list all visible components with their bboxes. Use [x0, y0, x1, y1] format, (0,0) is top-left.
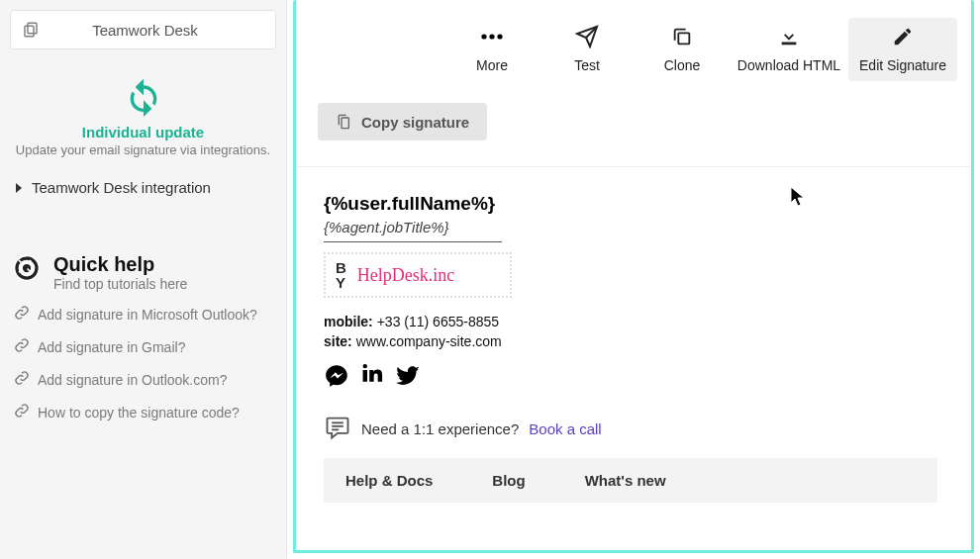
toolbar-clone[interactable]: Clone	[635, 18, 730, 81]
update-subtitle: Update your email signature via integrat…	[10, 142, 276, 157]
logo-brand: HelpDesk.inc	[357, 265, 454, 286]
sidebar: Teamwork Desk Individual update Update y…	[0, 0, 287, 559]
link-icon	[14, 403, 30, 421]
help-link-copycode[interactable]: How to copy the signature code?	[10, 396, 276, 428]
update-title: Individual update	[10, 124, 276, 140]
copy-signature-label: Copy signature	[361, 114, 469, 131]
logo-by: B Y	[336, 260, 347, 290]
mobile-label: mobile:	[324, 314, 373, 329]
signature-jobtitle: {%agent.jobTitle%}	[324, 219, 943, 235]
clipboard-icon	[336, 113, 351, 131]
main-panel: More Test Clone Download HTML	[287, 0, 980, 559]
toolbar-label: Edit Signature	[859, 57, 946, 73]
chat-icon	[324, 414, 351, 444]
copy-signature-button[interactable]: Copy signature	[318, 103, 487, 140]
signature-contacts: mobile: +33 (11) 6655-8855 site: www.com…	[324, 314, 943, 349]
signature-fullname: {%user.fullName%}	[324, 193, 943, 215]
help-link-outlook[interactable]: Add signature in Microsoft Outlook?	[10, 298, 276, 330]
toolbar-more[interactable]: More	[444, 18, 539, 81]
help-link-outlookcom[interactable]: Add signature in Outlook.com?	[10, 363, 276, 396]
help-link-gmail[interactable]: Add signature in Gmail?	[10, 330, 276, 363]
svg-rect-0	[28, 23, 37, 34]
help-link-label: How to copy the signature code?	[38, 405, 240, 420]
svg-point-3	[489, 34, 494, 39]
messenger-icon[interactable]	[324, 363, 349, 392]
signature-preview: {%user.fullName%} {%agent.jobTitle%} B Y…	[296, 166, 971, 503]
lifebuoy-icon	[12, 253, 42, 286]
tree-item-integration[interactable]: Teamwork Desk integration	[10, 171, 276, 204]
copy-signature-row: Copy signature	[296, 99, 971, 166]
logo-by-bottom: Y	[336, 275, 347, 290]
toolbar-label: More	[476, 57, 508, 73]
send-icon	[575, 26, 599, 47]
signature-footer-nav: Help & Docs Blog What's new	[324, 458, 937, 503]
link-icon	[14, 337, 30, 356]
clone-icon	[671, 26, 693, 47]
more-icon	[479, 26, 505, 47]
quick-help-title: Quick help	[53, 253, 187, 276]
book-call-link[interactable]: Book a call	[529, 420, 601, 437]
link-icon	[14, 370, 30, 389]
toolbar-download-html[interactable]: Download HTML	[730, 18, 848, 81]
copy-stack-icon	[19, 18, 43, 42]
svg-rect-5	[678, 33, 689, 44]
footer-whats-new[interactable]: What's new	[585, 472, 666, 489]
help-link-label: Add signature in Outlook.com?	[38, 372, 227, 388]
book-call-row: Need a 1:1 experience? Book a call	[324, 414, 943, 444]
download-icon	[778, 26, 800, 47]
site-label: site:	[324, 333, 352, 349]
caret-right-icon	[16, 183, 22, 193]
toolbar-edit-signature[interactable]: Edit Signature	[848, 18, 957, 81]
logo-by-top: B	[336, 260, 347, 275]
footer-blog[interactable]: Blog	[492, 472, 525, 489]
site-value: www.company-site.com	[356, 333, 502, 349]
mobile-value: +33 (11) 6655-8855	[377, 314, 499, 329]
link-icon	[14, 305, 30, 324]
svg-rect-6	[782, 43, 797, 46]
twitter-icon[interactable]	[395, 363, 421, 392]
help-link-label: Add signature in Gmail?	[38, 339, 185, 355]
toolbar-label: Download HTML	[737, 57, 840, 73]
tree-item-label: Teamwork Desk integration	[32, 179, 211, 196]
update-block: Individual update Update your email sign…	[10, 77, 276, 157]
need-text: Need a 1:1 experience?	[361, 420, 519, 437]
app-selector[interactable]: Teamwork Desk	[10, 10, 276, 49]
toolbar-label: Clone	[664, 57, 701, 73]
svg-point-4	[497, 34, 502, 39]
signature-social	[324, 363, 943, 392]
footer-help-docs[interactable]: Help & Docs	[345, 472, 433, 489]
toolbar-test[interactable]: Test	[539, 18, 635, 81]
signature-logo: B Y HelpDesk.inc	[324, 252, 512, 298]
help-link-label: Add signature in Microsoft Outlook?	[38, 307, 257, 323]
signature-separator	[324, 241, 502, 242]
quick-help-subtitle: Find top tutorials here	[53, 276, 187, 292]
signature-canvas: More Test Clone Download HTML	[293, 0, 974, 553]
toolbar: More Test Clone Download HTML	[296, 0, 971, 99]
linkedin-icon[interactable]	[359, 363, 385, 392]
svg-point-2	[481, 34, 486, 39]
refresh-icon	[124, 104, 163, 120]
svg-rect-1	[25, 26, 34, 37]
app-selector-label: Teamwork Desk	[43, 22, 247, 39]
toolbar-label: Test	[574, 57, 600, 73]
edit-icon	[892, 26, 914, 47]
quick-help-header: Quick help Find top tutorials here	[10, 253, 276, 292]
